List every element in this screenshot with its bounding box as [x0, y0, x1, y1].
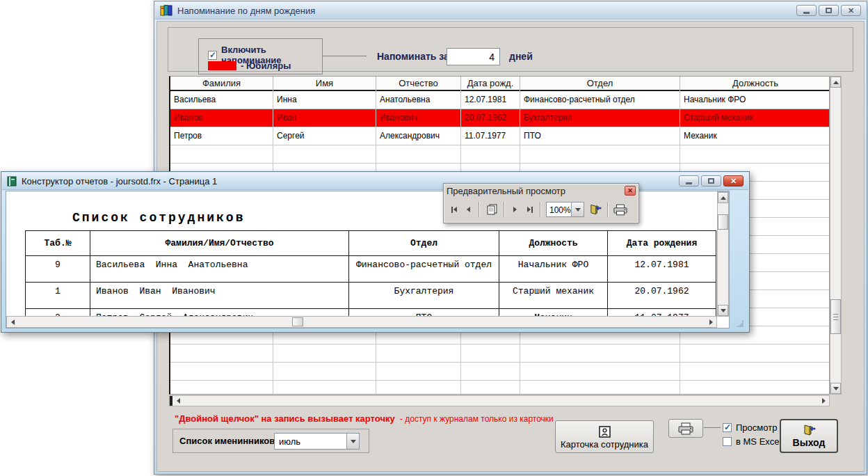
toolbar-print-button[interactable]	[611, 200, 629, 219]
grid-column-header[interactable]: Фамилия	[170, 77, 273, 91]
toolbar-separator	[504, 202, 505, 217]
month-panel: Список именинников за июль	[172, 429, 369, 453]
report-minimize-button[interactable]	[679, 175, 699, 187]
jubilee-label: - Юбиляры	[241, 61, 291, 71]
prev-page-button[interactable]	[461, 201, 476, 218]
first-page-button[interactable]	[447, 201, 461, 218]
report-close-button[interactable]: ✕	[723, 175, 744, 187]
last-page-button[interactable]	[522, 201, 537, 218]
next-page-button[interactable]	[508, 201, 522, 218]
exit-button[interactable]: Выход	[780, 419, 838, 453]
grid-cell: ПТО	[520, 127, 680, 145]
grid-cell: Анатольевна	[376, 91, 461, 109]
report-vscrollbar[interactable]	[717, 191, 729, 317]
toolbar-separator	[540, 202, 541, 217]
report-column-header: Должность	[499, 231, 608, 256]
printer-icon	[613, 204, 628, 216]
jubilee-color-swatch	[208, 61, 236, 70]
connector-line	[323, 56, 367, 56]
preview-toolbar: Предварительный просмотр ✕ 100%	[443, 183, 639, 223]
report-hscrollbar[interactable]	[6, 316, 717, 328]
employee-card-label: Карточка сотрудника	[561, 439, 648, 450]
report-row: 1Иванов Иван ИвановичБухгалтерияСтарший …	[26, 283, 716, 309]
reminder-group-box: Включить напоминание - Юбиляры	[198, 38, 323, 74]
scroll-right-button[interactable]	[819, 396, 829, 406]
resize-grip[interactable]	[735, 319, 744, 328]
scroll-left-button[interactable]	[173, 396, 184, 406]
report-scroll-right[interactable]	[705, 317, 716, 327]
remind-days-input[interactable]	[447, 48, 500, 65]
minimize-button[interactable]	[796, 5, 817, 16]
report-scroll-down[interactable]	[718, 305, 728, 316]
report-table: Таб.№Фамилия/Имя/ОтчествоОтделДолжностьД…	[25, 230, 716, 319]
grid-cell: 12.07.1981	[461, 91, 520, 109]
printer-icon	[677, 422, 694, 435]
report-scroll-left[interactable]	[7, 317, 18, 327]
zoom-dropdown-button[interactable]	[571, 203, 584, 216]
settings-panel: Включить напоминание - Юбиляры Напоминат…	[168, 27, 853, 72]
month-dropdown-button[interactable]	[346, 434, 359, 449]
grid-cell: Сергей	[273, 127, 376, 145]
grid-column-header[interactable]: Дата рожд.	[461, 77, 520, 91]
grid-cell: Иванов	[170, 109, 273, 127]
grid-column-header[interactable]: Отдел	[520, 77, 680, 91]
print-connector-line	[704, 427, 721, 428]
report-column-header: Таб.№	[26, 231, 90, 256]
grid-vscrollbar[interactable]	[830, 76, 842, 395]
report-column-header: Фамилия/Имя/Отчество	[90, 231, 349, 256]
vscroll-thumb[interactable]	[830, 299, 841, 334]
print-button[interactable]	[668, 419, 703, 438]
exit-button-label: Выход	[793, 437, 826, 448]
report-scroll-up[interactable]	[718, 192, 728, 203]
zoom-combobox[interactable]: 100%	[546, 202, 584, 217]
enable-reminder-checkbox[interactable]	[208, 51, 217, 60]
hscroll-thumb[interactable]	[170, 396, 172, 406]
grid-column-header[interactable]: Должность	[680, 77, 830, 91]
report-maximize-button[interactable]	[701, 175, 721, 187]
report-window-title: Конструктор отчетов - joursotd.frx - Стр…	[22, 176, 217, 187]
employee-card-icon	[599, 426, 611, 438]
month-value: июль	[275, 434, 346, 449]
preview-close-button[interactable]: ✕	[625, 186, 636, 196]
report-title: Список сотрудников	[72, 211, 245, 225]
report-column-header: Отдел	[349, 231, 499, 256]
grid-empty-row	[170, 145, 829, 164]
scroll-up-button[interactable]	[830, 77, 841, 88]
employee-card-button[interactable]: Карточка сотрудника	[555, 420, 654, 453]
report-row: 9Васильева Инна АнатольевнаФинансово-рас…	[26, 256, 716, 283]
preview-toolbar-title: Предварительный просмотр	[447, 186, 565, 196]
grid-cell: 20.07.1962	[461, 109, 520, 127]
zoom-value: 100%	[547, 203, 571, 216]
preview-checkbox[interactable]	[723, 423, 732, 432]
grid-cell: Инна	[273, 91, 376, 109]
report-hscroll-thumb[interactable]	[292, 317, 303, 326]
grid-cell: Начальник ФРО	[680, 91, 830, 109]
maximize-button[interactable]	[819, 5, 839, 16]
grid-cell: Механик	[680, 127, 830, 145]
grid-cell: Бухгалтерия	[520, 109, 680, 127]
exit-door-icon	[589, 203, 602, 216]
report-vscroll-thumb[interactable]	[718, 214, 728, 230]
grid-row[interactable]: ВасильеваИннаАнатольевна12.07.1981Финанс…	[170, 91, 829, 109]
grid-hscrollbar[interactable]	[169, 395, 830, 406]
report-header-row: Таб.№Фамилия/Имя/ОтчествоОтделДолжностьД…	[26, 231, 716, 256]
grid-row[interactable]: ИвановИванИванович20.07.1962БухгалтерияС…	[170, 109, 829, 127]
month-combobox[interactable]: июль	[274, 433, 360, 450]
grid-header: ФамилияИмяОтчествоДата рожд.ОтделДолжнос…	[170, 77, 829, 91]
goto-page-button[interactable]	[483, 200, 501, 219]
month-list-label: Список именинников за	[179, 436, 287, 446]
grid-row[interactable]: ПетровСергейАлександрович11.07.1977ПТОМе…	[170, 127, 829, 145]
preview-checkbox-label: Просмотр	[736, 422, 777, 433]
excel-checkbox[interactable]	[723, 437, 732, 446]
grid-column-header[interactable]: Имя	[273, 77, 376, 91]
close-preview-button[interactable]	[586, 200, 604, 219]
books-icon	[160, 5, 173, 16]
close-button[interactable]: ✕	[841, 5, 861, 16]
remind-for-label: Напоминать за	[377, 51, 449, 62]
toolbar-separator	[607, 202, 609, 217]
reminder-titlebar[interactable]: Напоминание по дням рождения ✕	[155, 2, 866, 19]
scroll-down-button[interactable]	[830, 383, 841, 394]
grid-cell: 11.07.1977	[461, 127, 520, 145]
report-book-icon	[7, 176, 17, 187]
grid-column-header[interactable]: Отчество	[376, 77, 461, 91]
